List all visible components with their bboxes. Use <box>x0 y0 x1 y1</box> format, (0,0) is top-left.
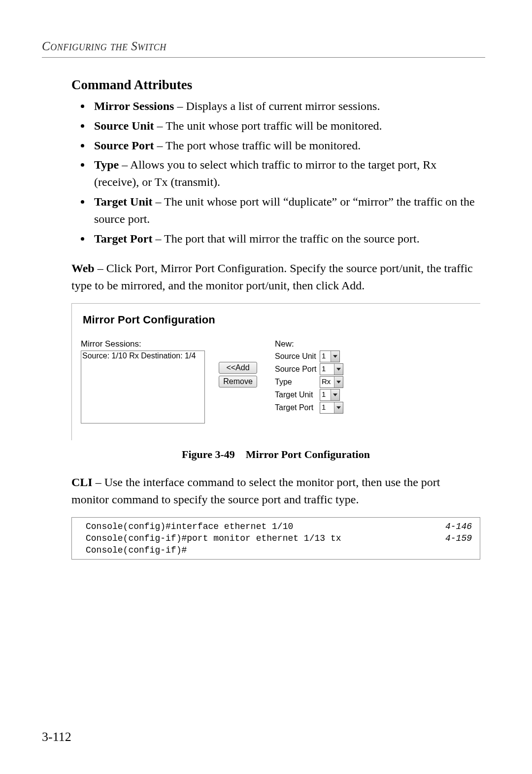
attr-term: Source Unit <box>94 119 154 132</box>
chevron-down-icon <box>331 351 339 362</box>
remove-button[interactable]: Remove <box>219 376 257 387</box>
attr-term: Target Unit <box>94 195 152 208</box>
chevron-down-icon <box>334 377 343 387</box>
cli-cmd: Console(config-if)#port monitor ethernet… <box>86 532 341 544</box>
web-lead: Web <box>71 262 95 275</box>
attr-desc: – The port whose traffic will be monitor… <box>154 139 361 152</box>
new-label: New: <box>275 339 368 349</box>
source-port-label: Source Port <box>275 365 317 374</box>
target-unit-value: 1 <box>320 389 331 400</box>
target-unit-label: Target Unit <box>275 390 317 399</box>
attr-term: Type <box>94 158 119 171</box>
list-item: Source Port – The port whose traffic wil… <box>91 137 480 154</box>
cli-paragraph: CLI – Use the interface command to selec… <box>71 474 480 508</box>
source-unit-label: Source Unit <box>275 352 317 361</box>
cli-line: Console(config)#interface ethernet 1/10 … <box>86 521 472 532</box>
figure-caption: Figure 3-49 Mirror Port Configuration <box>71 448 480 461</box>
list-item: Type – Allows you to select which traffi… <box>91 156 480 191</box>
attr-desc: – The port that will mirror the traffic … <box>152 232 419 245</box>
cli-text: – Use the interface command to select th… <box>71 476 440 506</box>
panel-title: Mirror Port Configuration <box>83 314 471 326</box>
target-unit-select[interactable]: 1 <box>320 389 340 401</box>
cli-ref: 4-159 <box>445 532 472 544</box>
cli-listing: Console(config)#interface ethernet 1/10 … <box>71 517 480 560</box>
section-title: Command Attributes <box>71 77 480 93</box>
source-unit-value: 1 <box>320 351 331 362</box>
cli-line: Console(config-if)#port monitor ethernet… <box>86 532 472 544</box>
target-port-value: 1 <box>320 402 334 413</box>
cli-cmd: Console(config-if)# <box>86 544 187 556</box>
cli-line: Console(config-if)# <box>86 544 472 556</box>
chevron-down-icon <box>334 364 343 375</box>
web-paragraph: Web – Click Port, Mirror Port Configurat… <box>71 260 480 294</box>
attr-desc: – Displays a list of current mirror sess… <box>174 100 380 112</box>
cli-cmd: Console(config)#interface ethernet 1/10 <box>86 521 293 532</box>
header-rule <box>42 57 485 58</box>
sessions-label: Mirror Sessions: <box>81 339 219 349</box>
session-entry[interactable]: Source: 1/10 Rx Destination: 1/4 <box>82 352 203 360</box>
web-text: – Click Port, Mirror Port Configuration.… <box>71 262 473 292</box>
list-item: Source Unit – The unit whose port traffi… <box>91 117 480 135</box>
attr-term: Target Port <box>94 232 152 245</box>
source-port-value: 1 <box>320 364 334 375</box>
target-port-label: Target Port <box>275 403 317 412</box>
type-label: Type <box>275 378 317 387</box>
type-value: Rx <box>320 377 334 387</box>
attr-desc: – The unit whose port traffic will be mo… <box>154 119 382 132</box>
mirror-port-config-panel: Mirror Port Configuration Mirror Session… <box>71 303 480 440</box>
chevron-down-icon <box>331 389 339 400</box>
attribute-list: Mirror Sessions – Displays a list of cur… <box>71 98 480 247</box>
cli-lead: CLI <box>71 476 93 489</box>
list-item: Target Port – The port that will mirror … <box>91 230 480 247</box>
type-select[interactable]: Rx <box>320 376 343 388</box>
sessions-listbox[interactable]: Source: 1/10 Rx Destination: 1/4 <box>81 351 205 423</box>
attr-term: Mirror Sessions <box>94 100 174 112</box>
chevron-down-icon <box>334 402 343 413</box>
list-item: Target Unit – The unit whose port will “… <box>91 193 480 228</box>
attr-term: Source Port <box>94 139 154 152</box>
attr-desc: – Allows you to select which traffic to … <box>94 158 436 188</box>
cli-ref: 4-146 <box>445 521 472 532</box>
source-unit-select[interactable]: 1 <box>320 351 340 362</box>
list-item: Mirror Sessions – Displays a list of cur… <box>91 98 480 115</box>
running-head: Configuring the Switch <box>42 39 485 53</box>
source-port-select[interactable]: 1 <box>320 363 343 375</box>
target-port-select[interactable]: 1 <box>320 402 343 414</box>
page-number: 3-112 <box>42 730 71 744</box>
add-button[interactable]: <<Add <box>219 362 257 374</box>
